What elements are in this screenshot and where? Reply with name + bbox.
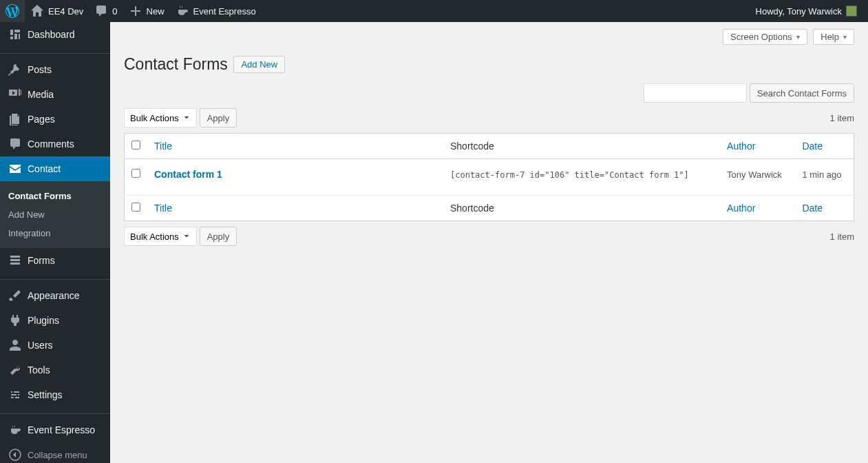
- select-all-top[interactable]: [131, 141, 140, 150]
- search-button[interactable]: Search Contact Forms: [750, 83, 854, 103]
- menu-comments[interactable]: Comments: [0, 132, 110, 156]
- menu-comments-label: Comments: [28, 138, 74, 150]
- col-title-header[interactable]: Title: [147, 134, 443, 159]
- home-icon: [30, 4, 44, 18]
- apply-button-bottom[interactable]: Apply: [200, 227, 237, 246]
- items-count-top: 1 item: [830, 113, 854, 123]
- espresso-icon: [8, 423, 22, 437]
- plus-icon: [129, 4, 142, 18]
- col-date-footer[interactable]: Date: [795, 196, 854, 221]
- menu-plugins[interactable]: Plugins: [0, 308, 110, 333]
- howdy-text: Howdy, Tony Warwick: [756, 6, 842, 17]
- apply-button[interactable]: Apply: [200, 108, 237, 127]
- settings-icon: [8, 388, 22, 402]
- site-name[interactable]: EE4 Dev: [25, 0, 89, 22]
- wp-logo[interactable]: [0, 0, 25, 22]
- help-button[interactable]: Help: [813, 29, 854, 45]
- col-shortcode-header: Shortcode: [443, 134, 720, 159]
- bulk-actions-bottom: Bulk Actions Apply: [124, 227, 237, 246]
- media-icon: [8, 88, 22, 101]
- plugin-icon: [8, 313, 22, 327]
- submenu-add-new[interactable]: Add New: [0, 205, 110, 224]
- forms-table: Title Shortcode Author Date Contact form…: [124, 133, 854, 221]
- table-row: Contact form 1 [contact-form-7 id="106" …: [125, 159, 854, 196]
- menu-dashboard-label: Dashboard: [28, 29, 75, 40]
- bulk-actions-select[interactable]: Bulk Actions: [124, 108, 197, 127]
- menu-contact[interactable]: Contact: [0, 156, 110, 181]
- comments-count: 0: [112, 6, 117, 17]
- my-account[interactable]: Howdy, Tony Warwick: [746, 0, 862, 22]
- admin-bar: EE4 Dev 0 New Event Espresso Howdy, Tony…: [0, 0, 868, 22]
- menu-pages[interactable]: Pages: [0, 107, 110, 132]
- avatar: [846, 6, 857, 17]
- admin-bar-right: Howdy, Tony Warwick: [746, 0, 862, 22]
- col-author-header[interactable]: Author: [720, 134, 795, 159]
- menu-posts-label: Posts: [28, 64, 52, 75]
- menu-forms-label: Forms: [28, 255, 55, 266]
- menu-event-espresso[interactable]: Event Espresso: [0, 418, 110, 442]
- comments-link[interactable]: 0: [89, 0, 123, 22]
- comments-icon: [8, 137, 22, 151]
- comment-icon: [94, 4, 108, 18]
- col-title-footer[interactable]: Title: [147, 196, 443, 221]
- coffee-icon: [176, 4, 189, 18]
- collapse-menu[interactable]: Collapse menu: [0, 442, 110, 463]
- menu-separator: [0, 50, 110, 54]
- menu-users[interactable]: Users: [0, 333, 110, 358]
- submenu-integration[interactable]: Integration: [0, 224, 110, 243]
- dashboard-icon: [8, 28, 22, 41]
- col-shortcode-footer: Shortcode: [443, 196, 720, 221]
- wordpress-icon: [6, 4, 19, 18]
- bulk-actions-select-bottom[interactable]: Bulk Actions: [124, 227, 197, 246]
- menu-appearance-label: Appearance: [28, 290, 80, 301]
- submenu-contact-forms[interactable]: Contact Forms: [0, 187, 110, 205]
- col-date-header[interactable]: Date: [795, 134, 854, 159]
- menu-pages-label: Pages: [28, 114, 55, 125]
- menu-tools-label: Tools: [28, 364, 50, 375]
- row-checkbox[interactable]: [131, 169, 140, 178]
- screen-options-button[interactable]: Screen Options: [723, 29, 807, 45]
- col-author-footer[interactable]: Author: [720, 196, 795, 221]
- screen-meta-links: Screen Options Help: [719, 29, 854, 45]
- menu-plugins-label: Plugins: [28, 315, 59, 326]
- tablenav-bottom: Bulk Actions Apply 1 item: [124, 227, 854, 246]
- new-label: New: [147, 6, 165, 17]
- row-date: 1 min ago: [795, 159, 854, 196]
- menu-settings[interactable]: Settings: [0, 382, 110, 407]
- menu-dashboard[interactable]: Dashboard: [0, 22, 110, 47]
- brush-icon: [8, 289, 22, 302]
- collapse-label: Collapse menu: [28, 450, 87, 460]
- search-row: Search Contact Forms: [124, 83, 854, 103]
- items-count-bottom: 1 item: [830, 232, 854, 242]
- forms-icon: [8, 254, 22, 267]
- mail-icon: [8, 162, 22, 176]
- add-new-button[interactable]: Add New: [233, 56, 285, 73]
- menu-posts[interactable]: Posts: [0, 57, 110, 82]
- event-espresso-bar[interactable]: Event Espresso: [170, 0, 262, 22]
- menu-contact-label: Contact: [28, 163, 61, 174]
- event-espresso-label: Event Espresso: [193, 6, 256, 17]
- tablenav-top: Bulk Actions Apply 1 item: [124, 108, 854, 127]
- new-content[interactable]: New: [123, 0, 170, 22]
- menu-separator: [0, 411, 110, 414]
- menu-appearance[interactable]: Appearance: [0, 283, 110, 308]
- menu-tools[interactable]: Tools: [0, 358, 110, 382]
- main-content: Screen Options Help Contact Forms Add Ne…: [110, 22, 868, 463]
- select-all-bottom[interactable]: [131, 203, 140, 212]
- admin-sidebar: Dashboard Posts Media Pages Comments Con…: [0, 22, 110, 463]
- row-author: Tony Warwick: [720, 159, 795, 196]
- row-title-link[interactable]: Contact form 1: [154, 169, 222, 180]
- menu-media[interactable]: Media: [0, 82, 110, 107]
- page-heading: Contact Forms Add New: [124, 52, 854, 75]
- users-icon: [8, 338, 22, 352]
- search-input[interactable]: [644, 83, 747, 103]
- menu-forms[interactable]: Forms: [0, 248, 110, 273]
- page-icon: [8, 112, 22, 126]
- pin-icon: [8, 63, 22, 76]
- bulk-actions: Bulk Actions Apply: [124, 108, 237, 127]
- page-title: Contact Forms: [124, 55, 228, 74]
- submenu-contact: Contact Forms Add New Integration: [0, 181, 110, 248]
- menu-users-label: Users: [28, 340, 53, 351]
- row-shortcode: [contact-form-7 id="106" title="Contact …: [450, 170, 689, 180]
- admin-bar-left: EE4 Dev 0 New Event Espresso: [0, 0, 262, 22]
